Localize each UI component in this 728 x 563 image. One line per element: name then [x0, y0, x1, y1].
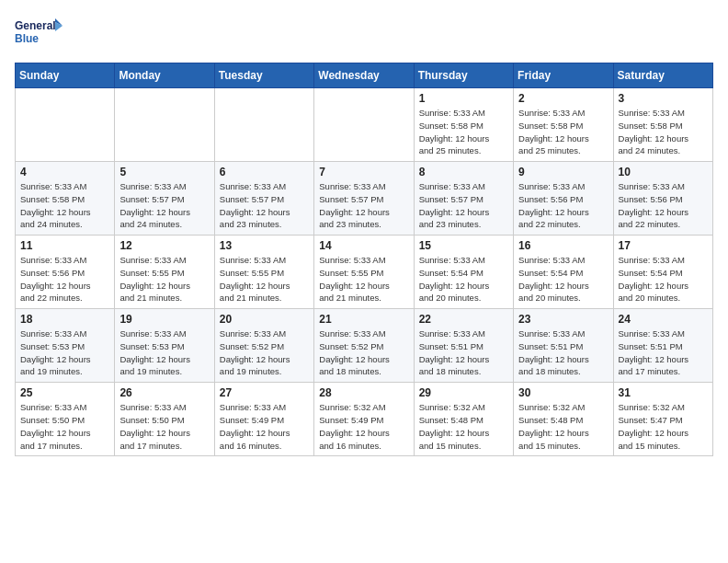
day-number: 23	[518, 313, 608, 326]
day-info: Sunrise: 5:33 AM Sunset: 5:58 PM Dayligh…	[619, 107, 708, 157]
day-number: 12	[119, 239, 209, 252]
calendar-cell: 6Sunrise: 5:33 AM Sunset: 5:57 PM Daylig…	[214, 162, 313, 236]
day-info: Sunrise: 5:33 AM Sunset: 5:57 PM Dayligh…	[319, 180, 408, 231]
day-number: 26	[119, 386, 209, 399]
day-info: Sunrise: 5:33 AM Sunset: 5:53 PM Dayligh…	[20, 327, 109, 378]
calendar-cell: 19Sunrise: 5:33 AM Sunset: 5:53 PM Dayli…	[115, 309, 214, 383]
day-number: 8	[419, 166, 508, 178]
day-info: Sunrise: 5:33 AM Sunset: 5:57 PM Dayligh…	[419, 180, 508, 231]
day-info: Sunrise: 5:33 AM Sunset: 5:57 PM Dayligh…	[119, 180, 209, 231]
calendar-cell: 4Sunrise: 5:33 AM Sunset: 5:58 PM Daylig…	[16, 162, 115, 236]
day-info: Sunrise: 5:33 AM Sunset: 5:56 PM Dayligh…	[619, 180, 708, 231]
calendar-cell: 28Sunrise: 5:32 AM Sunset: 5:49 PM Dayli…	[314, 383, 414, 456]
calendar-cell: 31Sunrise: 5:32 AM Sunset: 5:47 PM Dayli…	[613, 383, 712, 456]
day-info: Sunrise: 5:33 AM Sunset: 5:55 PM Dayligh…	[119, 254, 209, 304]
calendar-cell: 12Sunrise: 5:33 AM Sunset: 5:55 PM Dayli…	[115, 236, 214, 309]
calendar-week-row: 25Sunrise: 5:33 AM Sunset: 5:50 PM Dayli…	[16, 383, 713, 456]
day-number: 9	[518, 166, 608, 178]
calendar-header-row: SundayMondayTuesdayWednesdayThursdayFrid…	[16, 63, 713, 88]
day-info: Sunrise: 5:33 AM Sunset: 5:55 PM Dayligh…	[319, 254, 408, 304]
svg-text:General: General	[15, 19, 56, 32]
calendar-cell: 3Sunrise: 5:33 AM Sunset: 5:58 PM Daylig…	[613, 88, 712, 162]
calendar-cell	[115, 88, 214, 162]
calendar-cell: 11Sunrise: 5:33 AM Sunset: 5:56 PM Dayli…	[16, 236, 115, 309]
calendar-cell: 18Sunrise: 5:33 AM Sunset: 5:53 PM Dayli…	[16, 309, 115, 383]
day-info: Sunrise: 5:33 AM Sunset: 5:56 PM Dayligh…	[20, 254, 109, 304]
calendar-week-row: 11Sunrise: 5:33 AM Sunset: 5:56 PM Dayli…	[16, 236, 713, 309]
day-info: Sunrise: 5:33 AM Sunset: 5:55 PM Dayligh…	[220, 254, 309, 304]
day-info: Sunrise: 5:33 AM Sunset: 5:58 PM Dayligh…	[419, 107, 508, 157]
day-info: Sunrise: 5:32 AM Sunset: 5:49 PM Dayligh…	[319, 401, 408, 452]
day-number: 11	[20, 239, 109, 252]
day-info: Sunrise: 5:32 AM Sunset: 5:47 PM Dayligh…	[619, 401, 708, 452]
day-info: Sunrise: 5:33 AM Sunset: 5:54 PM Dayligh…	[518, 254, 608, 304]
calendar-cell: 26Sunrise: 5:33 AM Sunset: 5:50 PM Dayli…	[115, 383, 214, 456]
day-info: Sunrise: 5:33 AM Sunset: 5:50 PM Dayligh…	[20, 401, 109, 452]
calendar-cell: 24Sunrise: 5:33 AM Sunset: 5:51 PM Dayli…	[613, 309, 712, 383]
calendar-cell: 10Sunrise: 5:33 AM Sunset: 5:56 PM Dayli…	[613, 162, 712, 236]
day-number: 24	[619, 313, 708, 326]
day-info: Sunrise: 5:33 AM Sunset: 5:53 PM Dayligh…	[119, 327, 209, 378]
calendar-cell: 21Sunrise: 5:33 AM Sunset: 5:52 PM Dayli…	[314, 309, 414, 383]
calendar-cell: 22Sunrise: 5:33 AM Sunset: 5:51 PM Dayli…	[414, 309, 513, 383]
calendar-cell: 29Sunrise: 5:32 AM Sunset: 5:48 PM Dayli…	[414, 383, 513, 456]
day-number: 3	[619, 92, 708, 105]
day-info: Sunrise: 5:33 AM Sunset: 5:51 PM Dayligh…	[518, 327, 608, 378]
calendar-cell: 20Sunrise: 5:33 AM Sunset: 5:52 PM Dayli…	[214, 309, 313, 383]
calendar-cell	[16, 88, 115, 162]
svg-text:Blue: Blue	[15, 32, 39, 45]
day-number: 18	[20, 313, 109, 326]
calendar-cell: 15Sunrise: 5:33 AM Sunset: 5:54 PM Dayli…	[414, 236, 513, 309]
calendar-cell: 9Sunrise: 5:33 AM Sunset: 5:56 PM Daylig…	[514, 162, 613, 236]
day-number: 28	[319, 386, 408, 399]
day-number: 13	[220, 239, 309, 252]
day-number: 21	[319, 313, 408, 326]
day-number: 14	[319, 239, 408, 252]
day-number: 7	[319, 166, 408, 178]
day-info: Sunrise: 5:33 AM Sunset: 5:54 PM Dayligh…	[419, 254, 508, 304]
calendar-cell: 17Sunrise: 5:33 AM Sunset: 5:54 PM Dayli…	[613, 236, 712, 309]
day-number: 1	[419, 92, 508, 105]
day-number: 17	[619, 239, 708, 252]
day-of-week-header: Monday	[115, 63, 214, 88]
day-of-week-header: Thursday	[414, 63, 513, 88]
calendar-cell: 2Sunrise: 5:33 AM Sunset: 5:58 PM Daylig…	[514, 88, 613, 162]
day-number: 27	[220, 386, 309, 399]
day-number: 20	[220, 313, 309, 326]
calendar-cell: 16Sunrise: 5:33 AM Sunset: 5:54 PM Dayli…	[514, 236, 613, 309]
day-info: Sunrise: 5:33 AM Sunset: 5:54 PM Dayligh…	[619, 254, 708, 304]
day-of-week-header: Saturday	[613, 63, 712, 88]
day-number: 5	[119, 166, 209, 178]
day-info: Sunrise: 5:33 AM Sunset: 5:57 PM Dayligh…	[220, 180, 309, 231]
day-info: Sunrise: 5:33 AM Sunset: 5:51 PM Dayligh…	[619, 327, 708, 378]
calendar-cell: 8Sunrise: 5:33 AM Sunset: 5:57 PM Daylig…	[414, 162, 513, 236]
calendar-cell: 23Sunrise: 5:33 AM Sunset: 5:51 PM Dayli…	[514, 309, 613, 383]
day-number: 16	[518, 239, 608, 252]
calendar-cell: 7Sunrise: 5:33 AM Sunset: 5:57 PM Daylig…	[314, 162, 414, 236]
day-info: Sunrise: 5:33 AM Sunset: 5:56 PM Dayligh…	[518, 180, 608, 231]
day-number: 10	[619, 166, 708, 178]
calendar-cell	[214, 88, 313, 162]
calendar-table: SundayMondayTuesdayWednesdayThursdayFrid…	[15, 63, 713, 456]
day-number: 4	[20, 166, 109, 178]
day-number: 31	[619, 386, 708, 399]
day-of-week-header: Tuesday	[214, 63, 313, 88]
day-of-week-header: Sunday	[16, 63, 115, 88]
day-info: Sunrise: 5:33 AM Sunset: 5:49 PM Dayligh…	[220, 401, 309, 452]
day-of-week-header: Friday	[514, 63, 613, 88]
day-number: 30	[518, 386, 608, 399]
day-info: Sunrise: 5:33 AM Sunset: 5:52 PM Dayligh…	[220, 327, 309, 378]
day-info: Sunrise: 5:33 AM Sunset: 5:52 PM Dayligh…	[319, 327, 408, 378]
day-info: Sunrise: 5:33 AM Sunset: 5:58 PM Dayligh…	[518, 107, 608, 157]
day-number: 19	[119, 313, 209, 326]
calendar-week-row: 18Sunrise: 5:33 AM Sunset: 5:53 PM Dayli…	[16, 309, 713, 383]
day-of-week-header: Wednesday	[314, 63, 414, 88]
calendar-cell: 25Sunrise: 5:33 AM Sunset: 5:50 PM Dayli…	[16, 383, 115, 456]
day-info: Sunrise: 5:33 AM Sunset: 5:58 PM Dayligh…	[20, 180, 109, 231]
day-info: Sunrise: 5:32 AM Sunset: 5:48 PM Dayligh…	[518, 401, 608, 452]
day-number: 6	[220, 166, 309, 178]
day-number: 22	[419, 313, 508, 326]
day-number: 15	[419, 239, 508, 252]
day-number: 29	[419, 386, 508, 399]
calendar-cell	[314, 88, 414, 162]
